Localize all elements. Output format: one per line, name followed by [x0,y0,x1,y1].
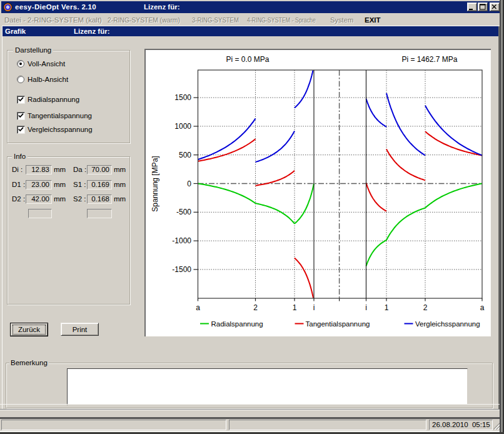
svg-text:i: i [365,303,367,312]
svg-text:1500: 1500 [174,93,191,102]
svg-text:1: 1 [385,303,389,312]
svg-text:Pi = 0.0 MPa: Pi = 0.0 MPa [226,55,269,64]
svg-text:a: a [480,303,485,312]
svg-text:500: 500 [179,151,191,159]
svg-text:-1000: -1000 [172,236,191,245]
svg-text:-500: -500 [176,208,191,216]
svg-text:2: 2 [253,303,258,312]
svg-text:Spannung [MPa]: Spannung [MPa] [151,156,159,211]
svg-text:2: 2 [423,303,428,312]
svg-text:Pi = 1462.7 MPa: Pi = 1462.7 MPa [401,55,457,64]
svg-text:Tangentialspannung: Tangentialspannung [306,320,370,328]
svg-text:-1500: -1500 [172,265,191,274]
svg-text:Radialspannung: Radialspannung [211,320,263,328]
svg-text:1: 1 [293,303,297,312]
svg-text:0: 0 [187,179,191,188]
svg-text:a: a [196,303,200,312]
svg-text:Vergleichsspannung: Vergleichsspannung [415,320,480,328]
svg-text:i: i [313,303,315,312]
svg-text:1000: 1000 [174,122,191,131]
